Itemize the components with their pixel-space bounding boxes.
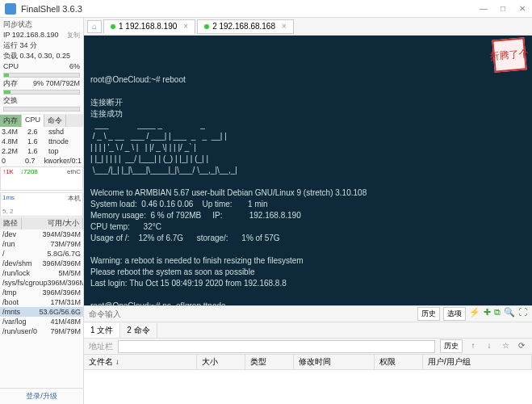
sync-status-label: 同步状态 xyxy=(3,19,32,30)
filesystem-list: /dev394M/394M/run73M/79M/5.8G/6.7G/dev/s… xyxy=(0,229,83,388)
options-button[interactable]: 选项 xyxy=(443,307,466,321)
col-owner[interactable]: 用户/用户组 xyxy=(423,355,532,369)
session-tab[interactable]: 2 192.168.68.168× xyxy=(197,19,294,34)
login-upgrade-link[interactable]: 登录/升级 xyxy=(0,388,83,404)
fs-row[interactable]: /var/log41M/48M xyxy=(0,317,83,326)
bolt-icon[interactable]: ⚡ xyxy=(469,307,480,321)
process-row[interactable]: 2.2M1.6top xyxy=(0,146,83,156)
close-button[interactable]: ✕ xyxy=(517,4,527,14)
tab-command[interactable]: 命令 xyxy=(44,115,66,127)
process-row[interactable]: 00.7kworker/0:1 xyxy=(0,156,83,166)
copy-ip-button[interactable]: 复制 xyxy=(67,30,80,40)
maximize-button[interactable]: □ xyxy=(498,4,508,14)
network-chart: ↑1K ↓7208 ethC xyxy=(0,166,83,191)
bookmark-icon[interactable]: ☆ xyxy=(500,341,511,352)
up-icon[interactable]: ↑ xyxy=(467,341,479,352)
command-input[interactable] xyxy=(89,309,413,318)
col-filename[interactable]: 文件名 ↓ xyxy=(84,355,197,369)
terminal[interactable]: 折腾了个 root@OneCloud:~# reboot 连接断开 连接成功 _… xyxy=(84,36,532,305)
mem-bar xyxy=(3,90,80,95)
session-tabbar: ⌂ 1 192.168.8.190×2 192.168.68.168× xyxy=(84,18,532,36)
fs-row[interactable]: /5.8G/6.7G xyxy=(0,249,83,259)
fs-path-header: 路径 xyxy=(0,217,22,229)
expand-icon[interactable]: ⛶ xyxy=(518,307,527,321)
path-input[interactable] xyxy=(118,340,435,353)
file-table: 文件名 ↓ 大小 类型 修改时间 权限 用户/用户组 xyxy=(84,354,532,404)
status-dot-icon xyxy=(204,24,209,29)
process-list: 3.4M2.6sshd4.8M1.6ttnode2.2M1.6top00.7kw… xyxy=(0,127,83,166)
plus-icon[interactable]: ✚ xyxy=(484,307,491,321)
latency-chart: 1ms 本机 5, 2 xyxy=(0,192,83,217)
fs-row[interactable]: /run/user/079M/79M xyxy=(0,326,83,336)
close-tab-icon[interactable]: × xyxy=(282,22,287,31)
window-title: FinalShell 3.6.3 xyxy=(21,4,479,14)
session-tab[interactable]: 1 192.168.8.190× xyxy=(103,19,195,34)
col-mtime[interactable]: 修改时间 xyxy=(294,355,375,369)
close-tab-icon[interactable]: × xyxy=(183,22,188,31)
down-icon[interactable]: ↓ xyxy=(484,341,495,352)
search-icon[interactable]: 🔍 xyxy=(504,307,515,321)
ip-value: 192.168.8.190 xyxy=(12,31,59,39)
tab-files[interactable]: 1 文件 xyxy=(84,323,120,338)
fs-row[interactable]: /run73M/79M xyxy=(0,239,83,249)
col-size[interactable]: 大小 xyxy=(197,355,245,369)
fs-row[interactable]: /tmp396M/396M xyxy=(0,288,83,297)
copy-icon[interactable]: ⧉ xyxy=(494,307,501,321)
minimize-button[interactable]: — xyxy=(479,4,488,14)
fs-row[interactable]: /dev394M/394M xyxy=(0,229,83,239)
watermark-stamp: 折腾了个 xyxy=(492,37,526,72)
path-history-button[interactable]: 历史 xyxy=(440,339,463,353)
fs-row[interactable]: /mnts53.6G/56.6G xyxy=(0,307,83,317)
swap-bar xyxy=(3,107,80,112)
cpu-bar xyxy=(3,73,80,78)
col-perm[interactable]: 权限 xyxy=(375,355,423,369)
col-type[interactable]: 类型 xyxy=(245,355,294,369)
fs-row[interactable]: /boot17M/31M xyxy=(0,297,83,307)
home-button[interactable]: ⌂ xyxy=(87,20,102,33)
fs-row[interactable]: /run/lock5M/5M xyxy=(0,268,83,278)
fs-row[interactable]: /sys/fs/cgroup396M/396M xyxy=(0,278,83,288)
fs-size-header: 可用/大小 xyxy=(44,217,83,229)
addressbar-label: 地址栏 xyxy=(89,341,113,352)
refresh-icon[interactable]: ⟳ xyxy=(516,341,527,352)
fs-row[interactable]: /dev/shm396M/396M xyxy=(0,259,83,268)
app-icon xyxy=(5,3,16,15)
process-row[interactable]: 4.8M1.6ttnode xyxy=(0,137,83,146)
history-button[interactable]: 历史 xyxy=(417,307,440,321)
tab-memory[interactable]: 内存 xyxy=(0,115,22,127)
tab-commands[interactable]: 2 命令 xyxy=(120,323,157,338)
tab-cpu[interactable]: CPU xyxy=(22,115,44,127)
sidebar: 同步状态 IP 192.168.8.190复制 运行 34 分 负载 0.34,… xyxy=(0,18,84,404)
process-row[interactable]: 3.4M2.6sshd xyxy=(0,127,83,137)
status-dot-icon xyxy=(111,24,115,29)
